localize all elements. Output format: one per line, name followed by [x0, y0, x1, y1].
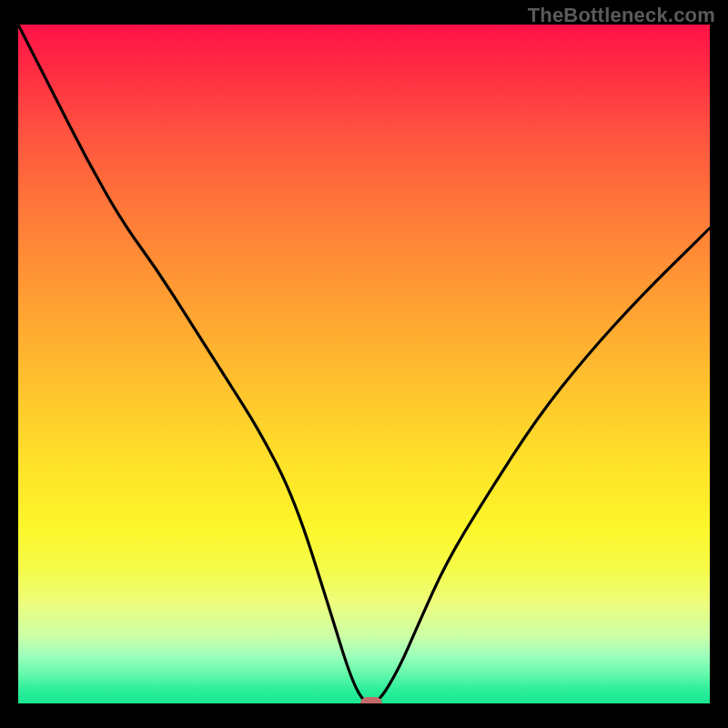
optimum-marker	[360, 697, 382, 703]
plot-area	[18, 25, 710, 703]
chart-frame: TheBottleneck.com	[0, 0, 728, 728]
bottleneck-curve	[18, 25, 710, 703]
watermark-text: TheBottleneck.com	[528, 4, 715, 27]
